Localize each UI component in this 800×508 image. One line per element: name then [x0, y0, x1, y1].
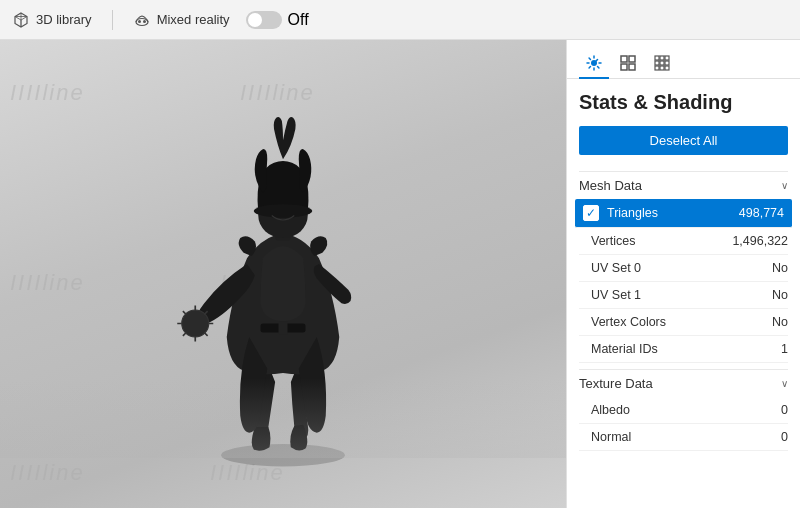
texture-data-label: Texture Data — [579, 376, 653, 391]
panel-body: Stats & Shading Deselect All Mesh Data ∨… — [567, 79, 800, 508]
vertices-label: Vertices — [591, 234, 732, 248]
right-panel: Stats & Shading Deselect All Mesh Data ∨… — [566, 40, 800, 508]
uvset1-label: UV Set 1 — [591, 288, 772, 302]
mixed-reality-icon — [133, 11, 151, 29]
svg-rect-14 — [629, 64, 635, 70]
toggle-thumb — [248, 13, 262, 27]
svg-rect-19 — [660, 61, 664, 65]
main-area: IIIIline IIIIline IIIIline IIIIline IIII… — [0, 40, 800, 508]
mixed-reality-toggle[interactable] — [246, 11, 282, 29]
uvset1-row: UV Set 1 No — [579, 282, 788, 309]
toggle-state-label: Off — [288, 11, 309, 29]
tab-grid2[interactable] — [647, 48, 677, 78]
tab-sun[interactable] — [579, 48, 609, 78]
texture-data-section-header[interactable]: Texture Data ∨ — [579, 369, 788, 397]
svg-rect-22 — [660, 66, 664, 70]
svg-rect-18 — [655, 61, 659, 65]
vertices-row: Vertices 1,496,322 — [579, 228, 788, 255]
svg-rect-20 — [665, 61, 669, 65]
uvset0-value: No — [772, 261, 788, 275]
separator — [112, 10, 113, 30]
watermark-3: IIIIline — [10, 270, 85, 296]
mesh-chevron-icon: ∨ — [781, 180, 788, 191]
normal-value: 0 — [781, 430, 788, 444]
vertex-colors-label: Vertex Colors — [591, 315, 772, 329]
uvset0-label: UV Set 0 — [591, 261, 772, 275]
uvset0-row: UV Set 0 No — [579, 255, 788, 282]
svg-rect-16 — [660, 56, 664, 60]
toggle-section[interactable]: Off — [246, 11, 309, 29]
watermark-5: IIIIline — [10, 460, 85, 486]
floor-reflection — [0, 378, 566, 458]
svg-point-7 — [254, 204, 313, 218]
svg-point-2 — [143, 20, 146, 23]
watermark-1: IIIIline — [10, 80, 85, 106]
normal-label: Normal — [591, 430, 781, 444]
mesh-data-section-header[interactable]: Mesh Data ∨ — [579, 171, 788, 199]
svg-rect-13 — [621, 64, 627, 70]
svg-rect-15 — [655, 56, 659, 60]
library-label[interactable]: 3D library — [36, 12, 92, 27]
material-ids-row: Material IDs 1 — [579, 336, 788, 363]
albedo-value: 0 — [781, 403, 788, 417]
tab-grid[interactable] — [613, 48, 643, 78]
vertex-colors-row: Vertex Colors No — [579, 309, 788, 336]
triangles-row[interactable]: ✓ Triangles 498,774 — [575, 199, 792, 228]
svg-rect-23 — [665, 66, 669, 70]
mixed-reality-section: Mixed reality — [133, 11, 230, 29]
panel-title: Stats & Shading — [579, 91, 788, 114]
triangles-label: Triangles — [607, 206, 739, 220]
deselect-all-button[interactable]: Deselect All — [579, 126, 788, 155]
triangles-checkbox[interactable]: ✓ — [583, 205, 599, 221]
uvset1-value: No — [772, 288, 788, 302]
library-section: 3D library — [12, 11, 92, 29]
cube-icon — [12, 11, 30, 29]
material-ids-label: Material IDs — [591, 342, 781, 356]
panel-tabs — [567, 40, 800, 79]
texture-chevron-icon: ∨ — [781, 378, 788, 389]
mesh-data-label: Mesh Data — [579, 178, 642, 193]
topbar: 3D library Mixed reality Off — [0, 0, 800, 40]
albedo-label: Albedo — [591, 403, 781, 417]
svg-rect-9 — [279, 321, 288, 335]
svg-rect-21 — [655, 66, 659, 70]
mixed-reality-label[interactable]: Mixed reality — [157, 12, 230, 27]
svg-rect-11 — [621, 56, 627, 62]
triangles-value: 498,774 — [739, 206, 784, 220]
svg-rect-12 — [629, 56, 635, 62]
svg-rect-17 — [665, 56, 669, 60]
vertices-value: 1,496,322 — [732, 234, 788, 248]
svg-point-1 — [138, 20, 141, 23]
watermark-2: IIIIline — [240, 80, 315, 106]
viewport: IIIIline IIIIline IIIIline IIIIline IIII… — [0, 40, 566, 508]
albedo-row: Albedo 0 — [579, 397, 788, 424]
normal-row: Normal 0 — [579, 424, 788, 451]
vertex-colors-value: No — [772, 315, 788, 329]
material-ids-value: 1 — [781, 342, 788, 356]
